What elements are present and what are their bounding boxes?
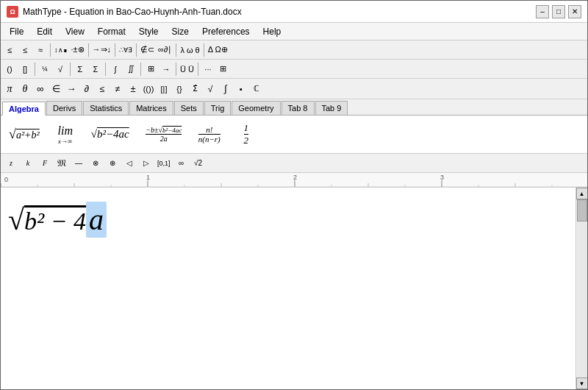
- restore-button[interactable]: □: [552, 5, 565, 18]
- scroll-track[interactable]: [577, 199, 587, 377]
- sml-frak[interactable]: 𝔐: [54, 156, 69, 171]
- sep5: [176, 43, 176, 57]
- tb-ab[interactable]: ↕∧∎: [53, 43, 69, 57]
- tab-sets[interactable]: Sets: [174, 101, 204, 115]
- tb-notin[interactable]: ∉⊂: [139, 43, 156, 57]
- tb-approx[interactable]: ≈: [33, 43, 48, 57]
- tb-infty[interactable]: ∞∂∣: [157, 43, 173, 57]
- tb-dots[interactable]: ···: [201, 62, 215, 77]
- tb-matrix[interactable]: ⊞: [143, 62, 158, 77]
- tb-bracket2[interactable]: [|]: [157, 82, 171, 96]
- tb-infty2[interactable]: ∞: [33, 82, 48, 96]
- sml-infty[interactable]: ∞: [174, 156, 189, 171]
- eq-template-lim[interactable]: lim x→∞: [52, 120, 79, 149]
- sml-dash[interactable]: —: [71, 156, 86, 171]
- tb-sigma[interactable]: Σ: [73, 62, 87, 77]
- tb-rarr[interactable]: →⇒↓: [91, 43, 113, 57]
- eq-template-quad2[interactable]: −b±√b²−4ac 2a: [142, 120, 186, 149]
- tb-int2[interactable]: ∬: [123, 62, 138, 77]
- sml-interval[interactable]: [0,1]: [156, 156, 172, 171]
- tb-block[interactable]: ▪: [234, 82, 248, 96]
- tb-brace[interactable]: {}: [172, 82, 187, 96]
- sml-otimes[interactable]: ⊗: [88, 156, 103, 171]
- tab-statistics[interactable]: Statistics: [83, 101, 129, 115]
- sml-z[interactable]: z: [4, 156, 18, 171]
- sml-k[interactable]: k: [21, 156, 35, 171]
- sml-oplus[interactable]: ⊕: [105, 156, 120, 171]
- sep9: [105, 63, 106, 76]
- sml-ltri[interactable]: ◁: [122, 156, 137, 171]
- tb-grid[interactable]: ⊞: [216, 62, 231, 77]
- tb-sqrtsym[interactable]: √: [203, 82, 218, 96]
- scroll-thumb[interactable]: [577, 199, 587, 221]
- tb-delta[interactable]: Δ Ω⊕: [207, 43, 229, 57]
- menu-format[interactable]: Format: [92, 25, 132, 38]
- sml-sqrt2[interactable]: √2: [191, 156, 206, 171]
- svg-text:3: 3: [440, 174, 444, 181]
- menu-style[interactable]: Style: [133, 25, 165, 38]
- scroll-down-button[interactable]: ▼: [576, 377, 588, 389]
- menu-view[interactable]: View: [60, 25, 90, 38]
- sep1: [50, 43, 51, 57]
- tb-dotdot[interactable]: ∴∀∃: [118, 43, 134, 57]
- tb-leq2[interactable]: ≤: [18, 43, 32, 57]
- edit-canvas[interactable]: √b² − 4a Cut Copy Paste Clear Custom Spe…: [1, 188, 587, 389]
- sep10: [140, 63, 141, 76]
- eq-template-perm[interactable]: n! n(n−r): [195, 120, 224, 149]
- menu-edit[interactable]: Edit: [31, 25, 58, 38]
- tb-paren[interactable]: (): [2, 62, 17, 77]
- tb-leq[interactable]: ≤: [2, 43, 17, 57]
- tb-bracket[interactable]: []: [18, 62, 32, 77]
- tab-row: Algebra Derivs Statistics Matrices Sets …: [1, 99, 587, 116]
- tb-le[interactable]: ≤: [95, 82, 110, 96]
- sep8: [70, 63, 71, 76]
- equation-template-row: √a²+b² lim x→∞ √b²−4ac −b±√b²−4ac 2a n! …: [1, 116, 587, 154]
- tb-int[interactable]: ∫: [108, 62, 123, 77]
- ruler: 0 1 2 3: [1, 173, 587, 188]
- tb-partial[interactable]: ∂: [79, 82, 94, 96]
- svg-text:2: 2: [293, 174, 297, 181]
- tb-sigmahat[interactable]: Σ̂: [187, 82, 202, 96]
- tb-sigma2[interactable]: Σ: [88, 62, 103, 77]
- tb-custom1[interactable]: ℂ: [249, 82, 264, 96]
- tb-arrow2[interactable]: →: [159, 62, 173, 77]
- menu-file[interactable]: File: [4, 25, 29, 38]
- tb-theta[interactable]: θ: [18, 82, 32, 96]
- tab-matrices[interactable]: Matrices: [129, 101, 173, 115]
- tab-9[interactable]: Tab 9: [315, 101, 348, 115]
- sml-F[interactable]: F: [37, 156, 52, 171]
- tb-pm[interactable]: ±: [126, 82, 140, 96]
- sep6: [204, 43, 204, 57]
- app-icon: Ω: [7, 6, 18, 18]
- tb-cdot[interactable]: ·±⊗: [70, 43, 86, 57]
- scroll-up-button[interactable]: ▲: [576, 188, 588, 199]
- tb-ne[interactable]: ≠: [110, 82, 125, 96]
- tb-pi[interactable]: π: [2, 82, 17, 96]
- tb-intsym[interactable]: ∫: [218, 82, 233, 96]
- tb-to[interactable]: →: [64, 82, 79, 96]
- eq-template-sqrt-ab[interactable]: √a²+b²: [5, 120, 43, 149]
- tb-frac[interactable]: ¼: [37, 62, 52, 77]
- sml-rtri[interactable]: ▷: [139, 156, 154, 171]
- tb-sqrt[interactable]: √: [53, 62, 68, 77]
- tb-Udot[interactable]: Ü Ü: [179, 62, 196, 77]
- close-button[interactable]: ✕: [568, 5, 581, 18]
- tab-derivs[interactable]: Derivs: [46, 101, 82, 115]
- toolbar-row-3: π θ ∞ ∈ → ∂ ≤ ≠ ± (()) [|] {} Σ̂ √ ∫ ▪ ℂ: [1, 79, 587, 99]
- tab-geometry[interactable]: Geometry: [232, 101, 280, 115]
- title-bar: Ω MathType - Equation in Bao-Cao-Huynh-A…: [1, 1, 587, 23]
- tab-algebra[interactable]: Algebra: [2, 102, 46, 116]
- tb-in[interactable]: ∈: [49, 82, 63, 96]
- tab-8[interactable]: Tab 8: [282, 101, 315, 115]
- tb-lambda[interactable]: λ ω θ: [179, 43, 201, 57]
- eq-template-half[interactable]: 1 2: [233, 120, 259, 149]
- minimize-button[interactable]: –: [536, 5, 549, 18]
- tab-trig[interactable]: Trig: [204, 101, 232, 115]
- menu-preferences[interactable]: Preferences: [196, 25, 256, 38]
- small-template-row: z k F 𝔐 — ⊗ ⊕ ◁ ▷ [0,1] ∞ √2: [1, 154, 587, 173]
- eq-template-quad1[interactable]: √b²−4ac: [87, 120, 133, 149]
- window-title: MathType - Equation in Bao-Cao-Huynh-Anh…: [23, 7, 242, 17]
- tb-paren2[interactable]: (()): [141, 82, 156, 96]
- menu-size[interactable]: Size: [166, 25, 195, 38]
- menu-help[interactable]: Help: [257, 25, 287, 38]
